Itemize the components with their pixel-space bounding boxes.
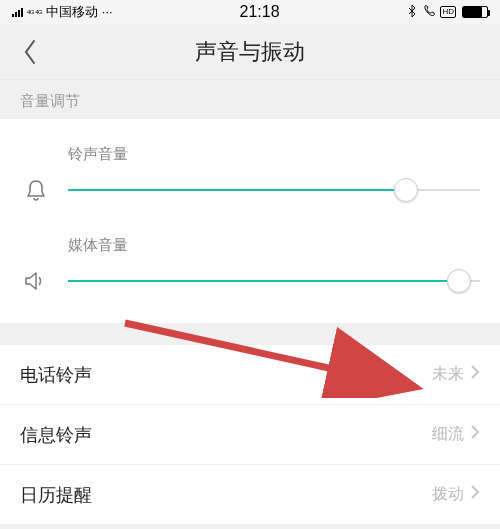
row-label: 电话铃声 [20, 363, 432, 387]
nav-header: 声音与振动 [0, 24, 500, 80]
ringtone-list: 电话铃声 未来 信息铃声 细流 日历提醒 拨动 [0, 345, 500, 525]
row-label: 日历提醒 [20, 483, 432, 507]
status-bar: 4G 4G 中国移动 ··· 21:18 HD [0, 0, 500, 24]
row-message-ringtone[interactable]: 信息铃声 细流 [0, 405, 500, 465]
speaker-icon [20, 270, 52, 292]
media-volume-label: 媒体音量 [20, 236, 480, 255]
volume-card: 铃声音量 媒体音量 [0, 119, 500, 323]
network-type: 4G 4G [27, 9, 42, 15]
row-phone-ringtone[interactable]: 电话铃声 未来 [0, 345, 500, 405]
phone-icon [422, 4, 436, 21]
chevron-right-icon [470, 424, 480, 445]
chevron-right-icon [470, 364, 480, 385]
ringtone-volume-slider[interactable] [68, 178, 480, 202]
ringtone-volume-label: 铃声音量 [20, 145, 480, 164]
bell-icon [20, 178, 52, 202]
carrier-label: 中国移动 ··· [46, 3, 112, 21]
hd-badge: HD [440, 6, 456, 18]
chevron-right-icon [470, 484, 480, 505]
ringtone-volume-group: 铃声音量 [20, 129, 480, 202]
row-calendar-reminder[interactable]: 日历提醒 拨动 [0, 465, 500, 525]
clock: 21:18 [113, 3, 407, 21]
row-label: 信息铃声 [20, 423, 432, 447]
battery-icon [462, 6, 488, 18]
section-volume-label: 音量调节 [0, 80, 500, 119]
media-volume-slider[interactable] [68, 269, 480, 293]
signal-icon [12, 8, 23, 17]
row-value: 拨动 [432, 484, 464, 505]
bluetooth-icon [406, 4, 418, 21]
row-value: 细流 [432, 424, 464, 445]
page-title: 声音与振动 [195, 37, 305, 67]
section-gap [0, 323, 500, 345]
back-button[interactable] [8, 24, 52, 79]
media-volume-group: 媒体音量 [20, 202, 480, 293]
row-value: 未来 [432, 364, 464, 385]
